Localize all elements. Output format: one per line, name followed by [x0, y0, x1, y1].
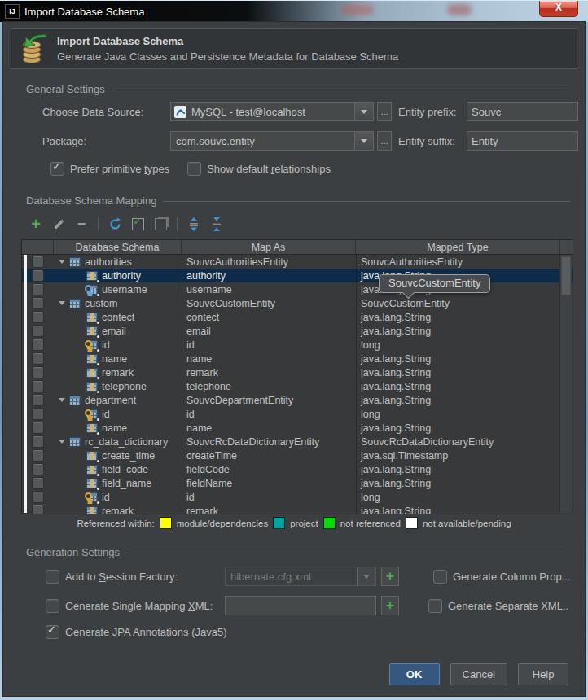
entity-suffix-label: Entity suffix: [398, 135, 467, 147]
table-row[interactable]: departmentSouvcDepartmentEntityjava.lang… [22, 393, 573, 407]
row-checkbox[interactable] [32, 505, 44, 514]
edit-pencil-icon[interactable] [49, 214, 68, 234]
unselect-all-icon[interactable] [151, 214, 170, 234]
row-checkbox[interactable] [32, 325, 44, 337]
mapped-type-cell: java.lang.String [356, 352, 573, 365]
row-checkbox[interactable] [32, 380, 44, 392]
map-as-cell: remark [182, 504, 356, 514]
help-button[interactable]: Help [518, 663, 568, 685]
row-checkbox[interactable] [32, 422, 44, 434]
map-as-value: SouvcDepartmentEntity [186, 395, 293, 406]
checkbox-unchecked-icon [46, 570, 59, 584]
row-checkbox[interactable] [32, 269, 44, 282]
chevron-expanded-icon[interactable] [59, 440, 65, 444]
ok-button[interactable]: OK [389, 663, 440, 685]
chevron-down-icon[interactable] [354, 132, 373, 150]
single-mapping-xml-input[interactable] [225, 596, 376, 615]
entity-prefix-input[interactable] [467, 102, 578, 121]
legend-color-swatch [273, 517, 285, 529]
row-checkbox[interactable] [32, 366, 44, 378]
row-checkbox[interactable] [32, 311, 44, 323]
table-row[interactable]: contectcontectjava.lang.String [22, 310, 573, 324]
scrollbar-column-header [560, 240, 573, 254]
table-row[interactable]: emailemailjava.lang.String [22, 324, 573, 338]
schema-cell: authorities [54, 255, 182, 269]
table-row[interactable]: remarkremarkjava.lang.String [22, 365, 573, 379]
data-source-combobox[interactable]: MySQL - test@localhost [170, 102, 374, 121]
expand-all-icon[interactable] [184, 214, 204, 234]
schema-cell: remark [54, 365, 182, 379]
row-checkbox[interactable] [32, 463, 44, 475]
table-row[interactable]: ididlong [22, 490, 573, 504]
row-checkbox[interactable] [32, 435, 44, 448]
table-row[interactable]: customSouvcCustomEntitySouvcCustomEntity [22, 296, 573, 310]
row-checkbox[interactable] [32, 352, 44, 365]
chevron-expanded-icon[interactable] [59, 301, 65, 305]
generate-separate-xml-checkbox[interactable]: Generate Separate XML... [428, 599, 568, 613]
chevron-down-icon[interactable] [354, 103, 373, 120]
chevron-expanded-icon[interactable] [59, 260, 65, 264]
row-checkbox[interactable] [32, 491, 44, 503]
table-row[interactable]: field_codefieldCodejava.lang.String [22, 462, 573, 476]
table-row[interactable]: remarkremarkjava.lang.String [22, 504, 573, 514]
package-label: Package: [42, 135, 170, 147]
column-icon [86, 313, 98, 322]
generate-single-mapping-xml-checkbox[interactable]: Generate Single Mapping XML: [46, 599, 225, 613]
vertical-scrollbar[interactable] [559, 255, 572, 513]
prefer-primitive-types-checkbox[interactable]: Prefer primitive types [50, 162, 169, 176]
column-icon [86, 506, 98, 514]
mapped-type-value: java.lang.String [361, 478, 431, 489]
key-gold-icon [86, 409, 98, 419]
row-checkbox[interactable] [32, 477, 44, 489]
table-row[interactable]: namenamejava.lang.String [22, 352, 573, 365]
row-checkbox[interactable] [32, 283, 44, 295]
row-checkbox[interactable] [32, 408, 44, 420]
browse-package-button[interactable]: ... [377, 131, 392, 151]
table-row[interactable]: rc_data_dictionarySouvcRcDataDictionaryE… [22, 435, 573, 448]
mapped-type-value: java.lang.String [361, 353, 431, 365]
dialog-window: IJ Import Database Schema X Import Datab… [0, 0, 588, 700]
schema-cell: name [54, 421, 182, 435]
row-checkbox[interactable] [32, 339, 44, 351]
table-row[interactable]: field_namefieldNamejava.lang.String [22, 476, 573, 490]
show-default-relationships-checkbox[interactable]: Show default relationships [187, 162, 331, 176]
schema-cell: email [54, 324, 182, 338]
table-row[interactable]: ididlong [22, 338, 573, 352]
new-mapping-xml-file-button[interactable] [381, 596, 399, 615]
row-checkbox[interactable] [32, 449, 44, 462]
table-row[interactable]: ididlong [22, 407, 573, 421]
map-as-cell: email [182, 324, 356, 338]
generation-settings-section: Generation Settings [26, 545, 570, 558]
table-row[interactable]: namenamejava.lang.String [22, 421, 573, 435]
cancel-button[interactable]: Cancel [450, 663, 507, 685]
chevron-expanded-icon[interactable] [59, 398, 65, 402]
browse-data-source-button[interactable]: ... [377, 102, 392, 121]
table-body: authoritiesSouvcAuthoritiesEntitySouvcAu… [22, 255, 573, 514]
map-as-value: SouvcCustomEntity [186, 298, 275, 309]
new-session-factory-file-button[interactable] [381, 567, 399, 586]
titlebar[interactable]: IJ Import Database Schema X [0, 0, 588, 22]
collapse-all-icon[interactable] [207, 214, 226, 234]
generate-column-properties-checkbox[interactable]: Generate Column Prop... [433, 570, 573, 584]
table-row[interactable]: telephonetelephonejava.lang.String [22, 379, 573, 393]
table-row[interactable]: create_timecreateTimejava.sql.Timestamp [22, 448, 573, 462]
refresh-icon[interactable] [105, 214, 125, 234]
scrollbar-thumb[interactable] [561, 256, 571, 295]
package-combobox[interactable]: com.souvc.entity [170, 131, 374, 151]
entity-suffix-input[interactable] [467, 131, 578, 151]
map-as-value: SouvcRcDataDictionaryEntity [186, 436, 319, 448]
select-all-icon[interactable]: ✓ [128, 214, 147, 234]
schema-cell: authority [54, 269, 182, 282]
close-button[interactable]: X [539, 1, 578, 17]
map-as-value: id [186, 339, 195, 351]
row-checkbox[interactable] [32, 256, 44, 268]
row-checkbox[interactable] [32, 297, 44, 309]
table-row[interactable]: authoritiesSouvcAuthoritiesEntitySouvcAu… [22, 255, 573, 269]
row-checkbox[interactable] [32, 394, 44, 406]
add-to-session-factory-checkbox[interactable]: Add to Session Factory: [46, 570, 225, 584]
schema-cell: rc_data_dictionary [54, 435, 182, 448]
remove-icon[interactable]: − [72, 214, 91, 234]
session-factory-combobox: hibernate.cfg.xml [225, 567, 376, 586]
add-icon[interactable]: + [26, 214, 46, 234]
generate-jpa-annotations-checkbox[interactable]: Generate JPA Annotations (Java5) [46, 625, 227, 639]
